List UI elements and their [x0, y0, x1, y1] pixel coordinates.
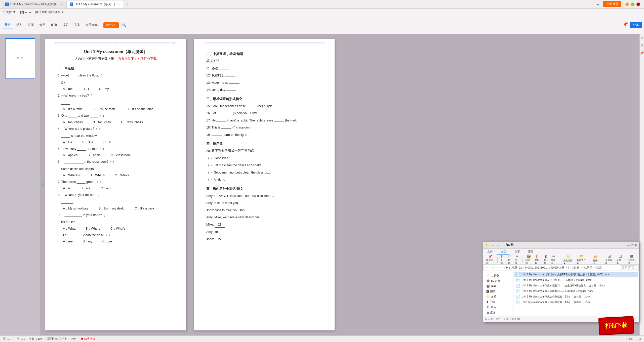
fe-up-btn[interactable]: ↑	[502, 243, 504, 247]
ribbon-tab-review[interactable]: 审阅	[48, 22, 59, 28]
dialog-line4: Amy: Mike, we have a new classroom.	[206, 215, 322, 220]
dialog-line7: John: 22	[206, 236, 322, 242]
fe-selectall-btn[interactable]: ☑ 全部选择	[604, 254, 614, 266]
fe-cut-btn[interactable]: ✂ 剪切	[514, 254, 520, 266]
tab-doc1-close[interactable]: ×	[60, 3, 62, 6]
toolbar-translate[interactable]: 翻译页面	[35, 10, 47, 14]
question-8: 8. —What's in your desk?（ ）	[58, 192, 174, 198]
sidebar-icon2[interactable]: ⚙	[640, 44, 643, 47]
fe-copy-btn[interactable]: 📋 复制	[500, 254, 506, 266]
section2-title: 二、中英互译，单词/短语	[206, 52, 322, 56]
fe-newfolder-btn[interactable]: 📂 新建文件夹	[576, 254, 588, 266]
ribbon-share-btn[interactable]: 分享	[630, 22, 642, 28]
fe-rename-btn[interactable]: ✏ 重命名	[550, 254, 558, 266]
q12: 12. 从那时起	[206, 73, 322, 78]
question-2-sub: —_____	[58, 100, 174, 106]
close-btn[interactable]	[636, 3, 640, 6]
fe-nav-up[interactable]: ↑	[493, 266, 495, 269]
q19-blank	[212, 136, 222, 136]
sidebar-icon1[interactable]: A	[641, 36, 643, 40]
fe-search-input[interactable]: 搜索 第2组	[620, 265, 636, 270]
q17: 17. He (have) a rabbit. The rabbit's eye…	[206, 118, 322, 123]
fe-maximize[interactable]: □	[632, 243, 633, 247]
fe-nav-forward[interactable]: →	[489, 266, 492, 269]
status-words: 字数: 1108	[29, 337, 42, 341]
question-6-sub: —Some desks and chairs.	[58, 166, 174, 172]
fe-new-btn[interactable]: 📁 新建项目▼	[562, 254, 574, 265]
fe-nav-back[interactable]: ←	[486, 266, 488, 269]
fe-left-downloads[interactable]: ⬇ 下载	[485, 299, 511, 305]
minimize-btn[interactable]	[625, 3, 629, 6]
toolbar-undo[interactable]: ↩	[25, 11, 27, 14]
fe-close[interactable]: ×	[635, 243, 637, 247]
question-10: 10. Let ________ clean the desk.（ ）	[58, 232, 174, 238]
toolbar-save[interactable]: 💾	[20, 11, 24, 14]
ribbon-tab-page[interactable]: 页面	[25, 22, 36, 28]
dialog-line6: Amy: Yes.	[206, 229, 322, 235]
ribbon-tab-vip[interactable]: 会员专享	[83, 22, 100, 28]
search-icon[interactable]: 🔍	[121, 23, 126, 27]
question-3-options: A．fan; chairs B．fan; chair C．fans; chair…	[63, 120, 174, 124]
q17-blank	[216, 121, 226, 121]
fe-pin-btn[interactable]: 📌 固定访问	[485, 254, 495, 266]
ribbon-tab-reference[interactable]: 引用	[37, 22, 48, 28]
fe-file-5-icon: 📄	[516, 295, 520, 299]
fe-open-btn[interactable]: 📂 打开▼	[592, 254, 600, 265]
fe-left-video[interactable]: 🎬 视频	[485, 283, 511, 289]
status-check[interactable]: 拼写检查: 关闭▼	[46, 337, 67, 341]
fe-left-docs[interactable]: 📁 文档	[485, 294, 511, 299]
status-proofread[interactable]: 校对	[71, 337, 77, 341]
maximize-btn[interactable]	[631, 3, 634, 6]
fe-file-2[interactable]: 📄 Unit 1 My classroom 单元专项复习——选择题（含答案）.d…	[514, 277, 638, 283]
fe-paste-icon: 📄	[508, 254, 512, 258]
fe-file-4[interactable]: 📄 Unit 1 My classroom单元专项复习——阅读理解（含答案）.d…	[514, 288, 638, 294]
q14-blank	[226, 91, 236, 91]
fe-left-music[interactable]: 🎵 音乐	[485, 305, 511, 310]
fe-copyto-btn[interactable]: 📋 复制到	[534, 254, 542, 266]
ribbon-tab-home[interactable]: 开始	[2, 22, 13, 28]
fe-address-bar[interactable]: ← → ↑ ← → ↑ ▶ 此电脑(E:) > 0.0001-20231021-…	[483, 264, 639, 271]
ribbon-sidebar-toggle[interactable]: 📌	[623, 22, 628, 28]
fe-invertsel-btn[interactable]: ⊟ 反向选择	[627, 254, 637, 266]
fe-move-btn[interactable]: 📦 移动到	[525, 254, 533, 266]
fe-sep2	[522, 257, 522, 263]
fe-left-3d[interactable]: 📦 3D 对象	[485, 278, 511, 283]
fe-file-5[interactable]: 📄 Unit 1 My classroom单元达标测试卷（B卷）（含答案）.do…	[514, 294, 638, 300]
login-button[interactable]: 立即登录	[603, 1, 621, 7]
tab-doc2[interactable]: 文 Unit 1 My classroom（字词...） ×	[66, 1, 123, 8]
ribbon-tab-view[interactable]: 视图	[60, 22, 71, 28]
fe-forward-btn[interactable]: →	[497, 243, 500, 247]
tab-doc2-close[interactable]: ×	[118, 3, 120, 6]
title-bar-right: ☁ 立即登录	[596, 1, 644, 7]
toolbar-delete-copy[interactable]: 删除副本	[48, 10, 60, 14]
tab-doc1[interactable]: 文 Unit 1 My classroom Part A 周末测... ×	[2, 1, 65, 8]
question-8-options: A．My schoolbag. B．It's in my desk. C．It'…	[63, 206, 174, 211]
ribbon-tab-tools[interactable]: 工具	[71, 22, 83, 28]
dialog-line1: Amy: Hi, Amy. This is John, our new clas…	[206, 193, 322, 199]
fe-paste-btn[interactable]: 📄 粘贴	[507, 254, 513, 266]
toolbar-file-menu[interactable]: ☰ 文件 ▼	[2, 10, 16, 14]
sidebar-icon3[interactable]: 📌	[640, 51, 644, 55]
view-layout-btn[interactable]: ⊞	[639, 337, 641, 340]
fe-left-desktop2[interactable]: 🖥 桌面	[485, 310, 511, 315]
zoom-in-btn[interactable]: +	[635, 337, 637, 340]
fe-selectnone-btn[interactable]: ☐ 全都不选	[615, 254, 625, 266]
fe-file-1[interactable]: 📄 Unit 1 My classroom（字词中）人教PEP英语四年级上册（含…	[514, 272, 638, 277]
fe-file-3[interactable]: 📄 Unit 1 My classroom单元专项复习——全全练听+语法达句（含…	[514, 283, 638, 288]
fe-selectall-icon: ☑	[608, 254, 611, 258]
fe-address-text: ← → ↑ ▶ 此电脑(E:) > 0.0001-20231021-人教PEP上…	[497, 266, 603, 270]
fe-file-6[interactable]: 📄 Unit1 My classroom 单元达标测试卷（A卷）（含答案）.do…	[514, 300, 638, 305]
wps-ai-btn[interactable]: WPS AI	[103, 22, 119, 28]
ribbon-tab-insert[interactable]: 插入	[14, 22, 25, 28]
fe-minimize[interactable]: —	[627, 243, 630, 247]
zoom-out-btn[interactable]: −	[622, 337, 624, 340]
q18: 18. This is (I) classroom.	[206, 125, 322, 131]
download-badge[interactable]: 打包下载	[598, 316, 634, 335]
fe-back-btn[interactable]: ←	[491, 243, 495, 247]
fe-left-desktop[interactable]: 📄 出版备	[485, 273, 511, 278]
add-tab-btn[interactable]: +	[124, 2, 130, 7]
toolbar-redo[interactable]: ↪	[28, 11, 31, 14]
toolbar-more[interactable]: ▼	[61, 11, 64, 14]
fe-delete-btn[interactable]: 🗑 删除	[543, 254, 549, 266]
fe-left-pics[interactable]: 🖼 图片	[485, 289, 511, 294]
